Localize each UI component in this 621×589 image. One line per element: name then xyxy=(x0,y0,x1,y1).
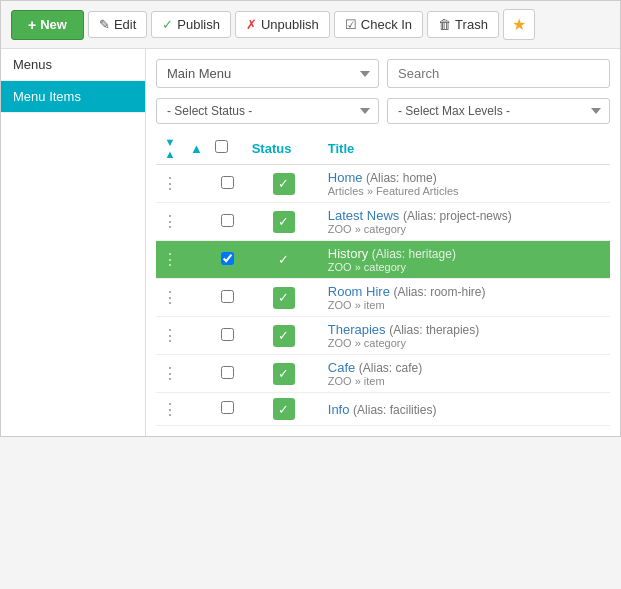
row-checkbox-cell xyxy=(209,165,246,203)
item-alias: (Alias: project-news) xyxy=(403,209,512,223)
select-all-checkbox[interactable] xyxy=(215,140,228,153)
drag-handle-icon[interactable]: ⋮ xyxy=(162,327,178,344)
row-checkbox[interactable] xyxy=(221,176,234,189)
search-input[interactable] xyxy=(387,59,610,88)
order-num-cell xyxy=(184,241,209,279)
title-cell: Room Hire (Alias: room-hire) ZOO » item xyxy=(322,279,610,317)
item-alias: (Alias: home) xyxy=(366,171,437,185)
row-checkbox[interactable] xyxy=(221,328,234,341)
col-status-header[interactable]: Status xyxy=(246,132,322,165)
plus-icon: + xyxy=(28,17,36,33)
item-sub: ZOO » category xyxy=(328,337,604,349)
checkin-button[interactable]: ☑ Check In xyxy=(334,11,423,38)
item-title-link[interactable]: Room Hire xyxy=(328,284,390,299)
status-cell: ✓ xyxy=(246,203,322,241)
row-checkbox-cell xyxy=(209,279,246,317)
title-cell: History (Alias: heritage) ZOO » category xyxy=(322,241,610,279)
drag-handle-cell: ⋮ xyxy=(156,355,184,393)
row-checkbox[interactable] xyxy=(221,290,234,303)
status-badge[interactable]: ✓ xyxy=(273,287,295,309)
item-sub: ZOO » item xyxy=(328,375,604,387)
main-layout: Menus Menu Items Main Menu - Select Stat… xyxy=(1,49,620,436)
unpublish-button[interactable]: ✗ Unpublish xyxy=(235,11,330,38)
menu-table: ▼ ▲ ▲ Status xyxy=(156,132,610,426)
sort-up-icon[interactable]: ▼ xyxy=(165,136,176,148)
item-sub: ZOO » category xyxy=(328,261,604,273)
row-checkbox[interactable] xyxy=(221,252,234,265)
table-row: ⋮ ✓ Therapies (Alias: therapies) ZOO » c… xyxy=(156,317,610,355)
publish-button[interactable]: ✓ Publish xyxy=(151,11,231,38)
status-badge[interactable]: ✓ xyxy=(273,398,295,420)
menu-select[interactable]: Main Menu xyxy=(156,59,379,88)
drag-handle-cell: ⋮ xyxy=(156,393,184,426)
status-badge[interactable]: ✓ xyxy=(273,363,295,385)
status-badge[interactable]: ✓ xyxy=(273,325,295,347)
table-row: ⋮ ✓ Latest News (Alias: project-news) ZO… xyxy=(156,203,610,241)
drag-handle-icon[interactable]: ⋮ xyxy=(162,289,178,306)
order-num-cell xyxy=(184,355,209,393)
row-checkbox[interactable] xyxy=(221,214,234,227)
drag-handle-icon[interactable]: ⋮ xyxy=(162,251,178,268)
drag-handle-cell: ⋮ xyxy=(156,279,184,317)
checkmark-icon: ✓ xyxy=(162,17,173,32)
col-check-box-header xyxy=(209,132,246,165)
order-num-cell xyxy=(184,279,209,317)
table-row: ⋮ ✓ Home (Alias: home) Articles » Featur… xyxy=(156,165,610,203)
drag-handle-icon[interactable]: ⋮ xyxy=(162,213,178,230)
item-title-link[interactable]: History xyxy=(328,246,368,261)
title-cell: Home (Alias: home) Articles » Featured A… xyxy=(322,165,610,203)
item-title-link[interactable]: Info xyxy=(328,402,350,417)
sidebar-item-menu-items[interactable]: Menu Items xyxy=(1,81,145,113)
sidebar: Menus Menu Items xyxy=(1,49,146,436)
drag-handle-cell: ⋮ xyxy=(156,165,184,203)
drag-handle-cell: ⋮ xyxy=(156,241,184,279)
order-num-cell xyxy=(184,317,209,355)
item-alias: (Alias: facilities) xyxy=(353,403,436,417)
table-row: ⋮ ✓ Cafe (Alias: cafe) ZOO » item xyxy=(156,355,610,393)
edit-button[interactable]: ✎ Edit xyxy=(88,11,147,38)
toolbar: + New ✎ Edit ✓ Publish ✗ Unpublish ☑ Che… xyxy=(1,1,620,49)
status-select[interactable]: - Select Status - xyxy=(156,98,379,124)
col-ordering-header: ▼ ▲ xyxy=(156,132,184,165)
row-checkbox-cell xyxy=(209,317,246,355)
order-num-cell xyxy=(184,165,209,203)
item-alias: (Alias: cafe) xyxy=(359,361,422,375)
title-cell: Therapies (Alias: therapies) ZOO » categ… xyxy=(322,317,610,355)
item-title-link[interactable]: Latest News xyxy=(328,208,400,223)
up-arrow-icon[interactable]: ▲ xyxy=(190,141,203,156)
row-checkbox-cell xyxy=(209,203,246,241)
item-title-link[interactable]: Cafe xyxy=(328,360,355,375)
status-badge[interactable]: ✓ xyxy=(273,249,295,271)
col-check-header: ▲ xyxy=(184,132,209,165)
top-controls: Main Menu xyxy=(156,59,610,88)
item-sub: Articles » Featured Articles xyxy=(328,185,604,197)
row-checkbox-cell xyxy=(209,393,246,426)
trash-button[interactable]: 🗑 Trash xyxy=(427,11,499,38)
sidebar-item-menus[interactable]: Menus xyxy=(1,49,145,81)
maxlevels-select[interactable]: - Select Max Levels - xyxy=(387,98,610,124)
row-checkbox[interactable] xyxy=(221,401,234,414)
drag-handle-icon[interactable]: ⋮ xyxy=(162,401,178,418)
new-button[interactable]: + New xyxy=(11,10,84,40)
title-cell: Latest News (Alias: project-news) ZOO » … xyxy=(322,203,610,241)
checkin-icon: ☑ xyxy=(345,17,357,32)
item-alias: (Alias: heritage) xyxy=(372,247,456,261)
status-cell: ✓ xyxy=(246,355,322,393)
row-checkbox[interactable] xyxy=(221,366,234,379)
trash-icon: 🗑 xyxy=(438,17,451,32)
title-cell: Cafe (Alias: cafe) ZOO » item xyxy=(322,355,610,393)
item-alias: (Alias: room-hire) xyxy=(394,285,486,299)
drag-handle-icon[interactable]: ⋮ xyxy=(162,175,178,192)
sort-down-icon[interactable]: ▲ xyxy=(165,148,176,160)
status-badge[interactable]: ✓ xyxy=(273,173,295,195)
drag-handle-icon[interactable]: ⋮ xyxy=(162,365,178,382)
item-title-link[interactable]: Therapies xyxy=(328,322,386,337)
filter-row: - Select Status - - Select Max Levels - xyxy=(156,98,610,124)
drag-handle-cell: ⋮ xyxy=(156,317,184,355)
status-badge[interactable]: ✓ xyxy=(273,211,295,233)
title-cell: Info (Alias: facilities) xyxy=(322,393,610,426)
item-title-link[interactable]: Home xyxy=(328,170,363,185)
content-area: Main Menu - Select Status - - Select Max… xyxy=(146,49,620,436)
col-title-header[interactable]: Title xyxy=(322,132,610,165)
star-button[interactable]: ★ xyxy=(503,9,535,40)
